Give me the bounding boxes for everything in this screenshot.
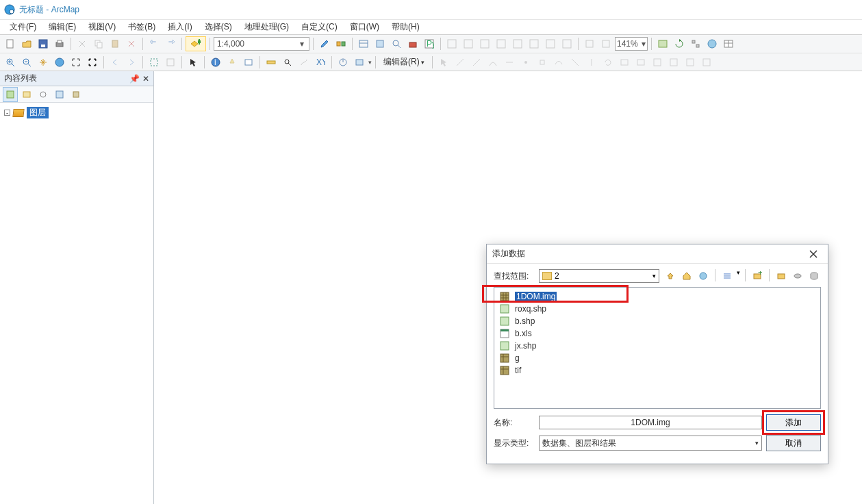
refresh-button[interactable] [672,36,687,51]
home-button[interactable] [680,269,694,283]
edit-tool-2[interactable] [666,55,681,70]
cut-polygons-button[interactable] [568,55,583,70]
clear-selection-button[interactable] [163,55,178,70]
undo-button[interactable] [147,36,162,51]
attributes-button[interactable] [617,55,632,70]
options-button[interactable] [68,87,84,102]
find-route-button[interactable] [296,55,312,70]
paste-button[interactable] [107,36,123,51]
save-button[interactable] [36,36,51,51]
disconnect-button[interactable] [791,269,804,283]
point-button[interactable] [518,55,533,70]
georef-icon-3[interactable] [477,36,492,51]
name-input[interactable]: 1DOM.img [539,416,762,429]
scale-combo[interactable]: 1:4,000 ▾ [214,37,309,51]
edit-vertices-button[interactable] [535,55,550,70]
georef-icon-6[interactable] [527,36,542,51]
full-extent-button[interactable] [52,55,67,70]
arc-toolbox-button[interactable] [405,36,420,51]
file-item[interactable]: b.shp [494,315,820,327]
menu-selection[interactable]: 选择(S) [199,20,238,34]
menu-geoprocessing[interactable]: 地理处理(G) [239,20,294,34]
trace-button[interactable] [502,55,517,70]
time-slider-button[interactable] [335,55,351,70]
georef-icon-2[interactable] [461,36,476,51]
pan-button[interactable] [36,55,51,70]
add-data-button[interactable] [186,36,206,51]
expand-icon[interactable]: - [4,110,10,116]
geodatabase-button[interactable] [807,269,821,283]
georef-icon-4[interactable] [494,36,509,51]
reshape-button[interactable] [551,55,566,70]
connect-folder-button[interactable] [696,269,710,283]
menu-file[interactable]: 文件(F) [4,20,42,34]
edit-tool-button[interactable] [436,55,451,70]
html-popup-button[interactable] [241,55,256,70]
file-item[interactable]: b.xls [494,327,820,340]
identify-button[interactable]: i [208,55,223,70]
up-one-level-button[interactable] [663,269,677,283]
split-button[interactable] [584,55,599,70]
file-item-selected[interactable]: 1DOM.img [494,290,820,303]
dialog-titlebar[interactable]: 添加数据 [487,244,828,264]
close-icon[interactable]: ✕ [142,74,149,84]
new-button[interactable] [3,36,18,51]
type-select[interactable]: 数据集、图层和结果 ▾ [539,436,762,451]
list-by-drawing-order-button[interactable] [3,87,18,102]
prev-extent-button[interactable] [107,55,123,70]
cut-button[interactable] [75,36,90,51]
model-builder-button[interactable] [333,36,348,51]
select-elements-button[interactable] [186,55,201,70]
table-of-contents-button[interactable] [356,36,371,51]
layout-icon[interactable] [582,36,597,51]
table-button[interactable] [721,36,736,51]
georef-icon-7[interactable] [543,36,558,51]
edit-tool-4[interactable] [699,55,714,70]
menu-window[interactable]: 窗口(W) [344,20,385,34]
layout-icon-2[interactable] [598,36,613,51]
georef-icon-5[interactable] [510,36,525,51]
menu-insert[interactable]: 插入(I) [162,20,197,34]
catalog-tree-button[interactable] [688,36,703,51]
create-features-button[interactable] [650,55,665,70]
list-by-source-button[interactable] [19,87,34,102]
fixed-zoom-out-button[interactable] [85,55,100,70]
georef-icon[interactable] [444,36,459,51]
data-frame-button[interactable] [655,36,670,51]
georef-icon-8[interactable] [559,36,574,51]
file-item[interactable]: g [494,352,820,364]
globe-button[interactable] [705,36,720,51]
delete-button[interactable] [124,36,139,51]
file-list[interactable]: 1DOM.img roxq.shp b.shp b.xls jx.shp g [494,287,821,409]
create-viewer-button[interactable] [352,55,367,70]
rotate-button[interactable] [600,55,616,70]
hyperlink-button[interactable] [225,55,240,70]
editor-menu[interactable]: 编辑器(R) ▾ [379,55,429,69]
arc-segment-button[interactable] [485,55,500,70]
copy-button[interactable] [91,36,106,51]
catalog-button[interactable] [372,36,388,51]
file-item[interactable]: tif [494,364,820,377]
cancel-button[interactable]: 取消 [766,435,821,451]
menu-help[interactable]: 帮助(H) [386,20,425,34]
add-connection-button[interactable] [774,269,788,283]
menu-customize[interactable]: 自定义(C) [296,20,343,34]
go-to-xy-button[interactable]: XY [313,55,328,70]
sketch-properties-button[interactable] [633,55,648,70]
editor-toolbar-btn[interactable] [317,36,332,51]
edit-tool-3[interactable] [683,55,698,70]
redo-button[interactable] [163,36,178,51]
find-button[interactable] [280,55,295,70]
toc-tree[interactable]: - 图层 [0,103,153,504]
fixed-zoom-in-button[interactable] [68,55,84,70]
next-extent-button[interactable] [124,55,139,70]
pin-icon[interactable]: 📌 [129,74,140,84]
search-button[interactable] [389,36,404,51]
lookin-combo[interactable]: 2 ▾ [539,269,659,283]
straight-segment-button[interactable] [469,55,484,70]
list-by-visibility-button[interactable] [36,87,51,102]
file-item[interactable]: roxq.shp [494,303,820,315]
open-button[interactable] [19,36,34,51]
add-button[interactable]: 添加 [766,414,821,431]
new-folder-button[interactable]: + [750,269,764,283]
